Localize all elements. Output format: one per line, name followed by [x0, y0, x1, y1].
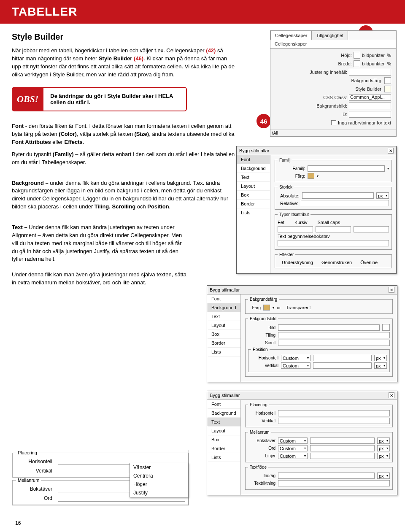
- text: , välja storlek på texten: [77, 131, 135, 137]
- hojd-spinner[interactable]: [354, 52, 360, 59]
- sidebar-item-lists[interactable]: Lists: [207, 453, 240, 462]
- sidebar-item-lists[interactable]: Lists: [237, 208, 270, 217]
- stylebuilder-button[interactable]: [384, 86, 391, 92]
- sidebar-item-background[interactable]: Background: [207, 409, 240, 418]
- sidebar-item-font[interactable]: Font: [237, 155, 270, 164]
- label-scroll: Scroll: [248, 340, 275, 345]
- dropdown-item-centrera[interactable]: Centrera: [130, 472, 188, 480]
- label-relative: Relative:: [280, 201, 298, 206]
- sidebar-item-background[interactable]: Background: [207, 303, 240, 312]
- indrag-input[interactable]: [278, 473, 375, 479]
- ord-unit[interactable]: px▾: [377, 445, 390, 451]
- ord-val[interactable]: [310, 445, 375, 451]
- linjer-val[interactable]: [310, 453, 375, 459]
- label-justering: Justering innehåll:: [310, 70, 347, 75]
- label-smallcaps: Small caps: [317, 220, 340, 225]
- sidebar-item-background[interactable]: Background: [237, 164, 270, 173]
- sidebar-item-text[interactable]: Text: [207, 312, 240, 321]
- bokstaver-val[interactable]: [310, 437, 375, 444]
- dropdown-item-hoger[interactable]: Höger: [130, 480, 188, 489]
- sidebar-item-border[interactable]: Border: [207, 339, 240, 348]
- scroll-input[interactable]: [278, 340, 390, 346]
- text: (Family): [53, 151, 74, 157]
- cssclass-input[interactable]: Common_Appl...: [349, 94, 391, 101]
- bredd-spinner[interactable]: [354, 60, 360, 67]
- sidebar-item-box[interactable]: Box: [207, 330, 240, 339]
- linjer-unit[interactable]: px▾: [377, 453, 390, 459]
- linjer-select[interactable]: Custom▾: [278, 453, 308, 459]
- vertikal-input[interactable]: [278, 418, 390, 424]
- label-horisontell: Horisontell: [16, 459, 58, 464]
- legend-placering: Placering: [16, 450, 39, 455]
- id-input[interactable]: [349, 111, 391, 118]
- text: .: [169, 203, 171, 210]
- sidebar-item-lists[interactable]: Lists: [207, 348, 240, 356]
- alignment-dropdown[interactable]: Vänster Centrera Höger Justify: [130, 463, 189, 497]
- close-icon[interactable]: ✕: [388, 148, 394, 154]
- sidebar-item-layout[interactable]: Layout: [207, 427, 240, 435]
- legend-storlek: Storlek: [278, 185, 294, 189]
- close-icon[interactable]: ✕: [389, 392, 394, 398]
- no-linebreak-checkbox[interactable]: [331, 120, 336, 125]
- v-val-input[interactable]: [313, 362, 372, 369]
- text: Font Attributes: [12, 139, 51, 145]
- unit-hojd: bildpunkter, %: [362, 53, 391, 58]
- label-bild: Bild: [248, 325, 275, 330]
- v-unit-select[interactable]: px▾: [374, 362, 387, 369]
- dropdown-item-justify[interactable]: Justify: [130, 489, 188, 497]
- tiling-input[interactable]: [278, 332, 390, 338]
- chevron-down-icon[interactable]: ▾: [317, 174, 319, 178]
- sidebar-item-layout[interactable]: Layout: [207, 321, 240, 330]
- chevron-down-icon[interactable]: ▾: [387, 167, 389, 170]
- bokstaver-select[interactable]: Custom▾: [278, 437, 308, 444]
- justering-input[interactable]: [349, 69, 391, 76]
- relative-input[interactable]: [301, 200, 389, 206]
- vertikal-select[interactable]: Custom▾: [281, 362, 310, 369]
- textbegynn-input[interactable]: [278, 240, 389, 246]
- bgfarg-picker[interactable]: [384, 77, 391, 84]
- sidebar-item-layout[interactable]: Layout: [237, 182, 270, 191]
- label-vertikal: Vertikal: [251, 363, 278, 368]
- dropdown-item-vanster[interactable]: Vänster: [130, 463, 188, 472]
- chevron-down-icon[interactable]: ▾: [273, 306, 274, 310]
- dialog-title: Bygg stilmallar: [210, 393, 240, 398]
- indrag-unit[interactable]: px▾: [377, 473, 390, 479]
- text: Custom: [280, 454, 296, 459]
- textriktning-input[interactable]: [278, 480, 390, 486]
- kursiv-input[interactable]: [316, 226, 351, 232]
- label-genom: Genomstruken: [321, 260, 352, 265]
- horisontell-select[interactable]: Custom▾: [281, 355, 310, 361]
- sidebar-item-border[interactable]: Border: [237, 200, 270, 208]
- text: Tiling, Scrolling: [94, 203, 135, 210]
- sidebar-item-font[interactable]: Font: [207, 400, 240, 409]
- horisontell-input[interactable]: [278, 410, 390, 416]
- sidebar-item-box[interactable]: Box: [207, 435, 240, 444]
- bild-input[interactable]: [278, 324, 380, 331]
- h-unit-select[interactable]: px▾: [374, 355, 387, 361]
- sidebar-item-text[interactable]: Text: [207, 418, 240, 427]
- sidebar-item-font[interactable]: Font: [207, 294, 240, 303]
- ord-select[interactable]: Custom▾: [278, 445, 308, 451]
- bakgrundsbild-input[interactable]: [349, 103, 391, 109]
- sidebar-item-text[interactable]: Text: [237, 173, 270, 182]
- tab-cellegenskaper[interactable]: Cellegenskaper: [270, 31, 312, 40]
- sidebar-item-border[interactable]: Border: [207, 444, 240, 453]
- unit-select[interactable]: px▾: [376, 192, 389, 199]
- fet-input[interactable]: [278, 226, 313, 232]
- text: px: [378, 193, 383, 198]
- color-swatch[interactable]: [263, 305, 270, 311]
- smallcaps-input[interactable]: [354, 226, 389, 232]
- h-val-input[interactable]: [313, 355, 372, 361]
- browse-button[interactable]: [382, 324, 390, 331]
- body-paragraph-text2: Under denna flik kan man även göra juste…: [12, 271, 189, 287]
- color-swatch[interactable]: [308, 173, 314, 179]
- placering-crop-panel: Placering Horisontell Vertikal Mellanrum…: [12, 450, 189, 505]
- close-icon[interactable]: ✕: [389, 287, 394, 293]
- dialog-title: Bygg stilmallar: [210, 287, 240, 292]
- sidebar-item-box[interactable]: Box: [237, 191, 270, 200]
- tab-tillganglighet[interactable]: Tillgänglighet: [311, 31, 348, 40]
- familj-input[interactable]: [308, 165, 385, 172]
- absolute-input[interactable]: [302, 192, 374, 199]
- bokstaver-unit[interactable]: px▾: [377, 437, 390, 444]
- body-paragraph-font: Font - den första fliken är Font. I dett…: [12, 122, 235, 146]
